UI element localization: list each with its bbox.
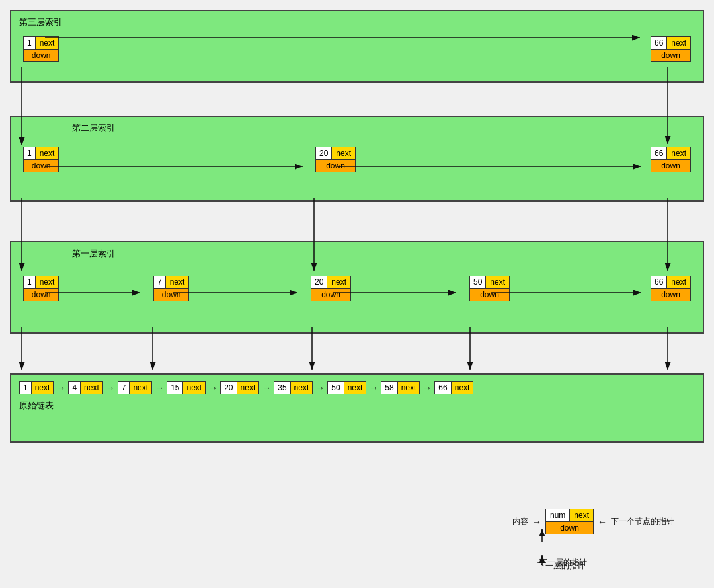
node-next: next bbox=[667, 37, 690, 49]
layer1-node-50: 50 next down bbox=[469, 276, 510, 301]
node-num: 1 bbox=[24, 147, 36, 159]
legend-next-node-label: 下一个节点的指针 bbox=[611, 516, 674, 527]
node-next: next bbox=[486, 276, 509, 288]
node-num: 20 bbox=[316, 147, 332, 159]
legend-content-label: 内容 bbox=[512, 516, 528, 527]
orig-node-35: 35 next bbox=[274, 381, 313, 394]
arrow-58-66: → bbox=[422, 383, 432, 393]
node-next: next bbox=[166, 276, 189, 288]
node-down: down bbox=[469, 289, 510, 301]
layer2-node-1: 1 next down bbox=[23, 147, 59, 172]
orig-node-20: 20 next bbox=[220, 381, 259, 394]
node-next: next bbox=[667, 276, 690, 288]
node-num: 1 bbox=[24, 276, 36, 288]
layer2-label: 第二层索引 bbox=[72, 122, 695, 134]
original-panel: 1 next → 4 next → 7 next → 15 next → bbox=[10, 373, 704, 443]
node-down: down bbox=[23, 160, 59, 172]
legend-next: next bbox=[570, 509, 593, 521]
node-num: 66 bbox=[651, 276, 667, 288]
node-num: 66 bbox=[651, 37, 667, 49]
node-num: 7 bbox=[154, 276, 166, 288]
layer3-node-66: 66 next down bbox=[651, 36, 691, 62]
layer1-panel: 第一层索引 1 next down 7 next down 20 next do… bbox=[10, 241, 704, 334]
legend-down: down bbox=[545, 522, 594, 534]
orig-node-58: 58 next bbox=[381, 381, 420, 394]
legend-arrow-next: ← bbox=[598, 517, 607, 527]
legend-area: 内容 → num next down ← 下一个节点的指针 下一层的指针 bbox=[512, 509, 674, 568]
legend-down-arrow-label: 下一层的指针 bbox=[537, 560, 585, 571]
node-next: next bbox=[36, 37, 59, 49]
node-num: 66 bbox=[651, 147, 667, 159]
node-num: 20 bbox=[311, 276, 327, 288]
layer1-node-20: 20 next down bbox=[311, 276, 351, 301]
original-label: 原始链表 bbox=[19, 400, 695, 412]
legend-node: num next down bbox=[545, 509, 594, 534]
layer2-node-66: 66 next down bbox=[651, 147, 691, 172]
arrow-15-20: → bbox=[208, 383, 218, 393]
orig-node-1: 1 next bbox=[19, 381, 54, 394]
arrow-7-15: → bbox=[155, 383, 164, 393]
node-down: down bbox=[651, 160, 691, 172]
node-next: next bbox=[327, 276, 350, 288]
orig-node-15: 15 next bbox=[167, 381, 206, 394]
arrow-35-50: → bbox=[315, 383, 325, 393]
layer1-node-66: 66 next down bbox=[651, 276, 691, 301]
node-down: down bbox=[651, 289, 691, 301]
node-down: down bbox=[23, 50, 59, 62]
node-down: down bbox=[23, 289, 59, 301]
layer2-panel: 第二层索引 1 next down 20 next down 66 next d… bbox=[10, 116, 704, 202]
arrow-4-7: → bbox=[106, 383, 115, 393]
legend-arrow-content: → bbox=[532, 517, 541, 527]
layer3-label: 第三层索引 bbox=[19, 17, 695, 28]
layer1-label: 第一层索引 bbox=[72, 248, 695, 260]
original-nodes-row: 1 next → 4 next → 7 next → 15 next → bbox=[19, 381, 695, 394]
orig-node-66: 66 next bbox=[434, 381, 473, 394]
node-next: next bbox=[667, 147, 690, 159]
layer2-node-20: 20 next down bbox=[315, 147, 356, 172]
node-down: down bbox=[153, 289, 189, 301]
arrow-1-4: → bbox=[56, 383, 65, 393]
layer1-node-1: 1 next down bbox=[23, 276, 59, 301]
node-down: down bbox=[311, 289, 351, 301]
arrow-50-58: → bbox=[369, 383, 378, 393]
layer1-node-7: 7 next down bbox=[153, 276, 189, 301]
layer3-panel: 第三层索引 1 next down 66 next down bbox=[10, 10, 704, 83]
orig-node-7: 7 next bbox=[118, 381, 152, 394]
node-num: 50 bbox=[470, 276, 486, 288]
node-num: 1 bbox=[24, 37, 36, 49]
node-next: next bbox=[36, 147, 59, 159]
legend-num: num bbox=[546, 509, 570, 521]
arrow-20-35: → bbox=[262, 383, 271, 393]
node-down: down bbox=[315, 160, 356, 172]
node-down: down bbox=[651, 50, 691, 62]
node-next: next bbox=[332, 147, 355, 159]
orig-node-4: 4 next bbox=[68, 381, 102, 394]
orig-node-50: 50 next bbox=[327, 381, 366, 394]
layer3-node-1: 1 next down bbox=[23, 36, 59, 62]
node-next: next bbox=[36, 276, 59, 288]
